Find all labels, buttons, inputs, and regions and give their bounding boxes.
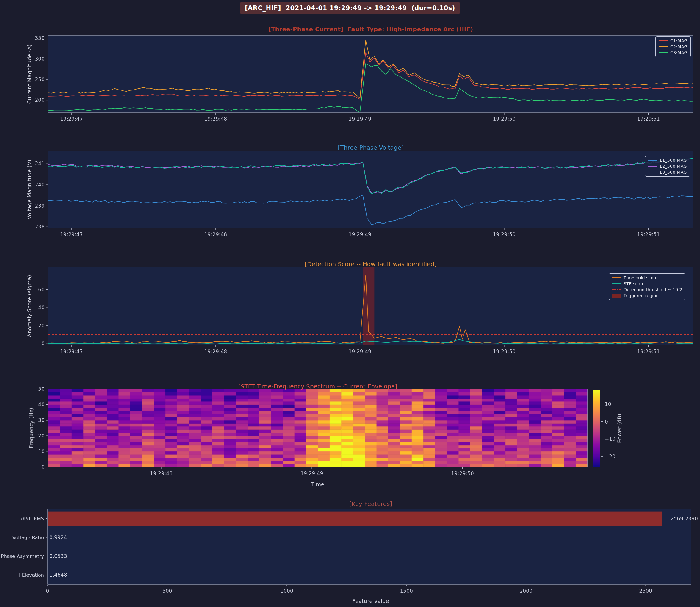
legend-swatch-icon bbox=[612, 277, 621, 278]
legend-label: C3:MAG bbox=[670, 50, 687, 55]
chart-title-three-phase-current: [Three-Phase Current] Fault Type: High-I… bbox=[268, 26, 473, 33]
legend-swatch-icon bbox=[612, 284, 621, 284]
x-axis-label-time: Time bbox=[311, 481, 324, 487]
fault-analysis-dashboard: [ARC_HIF] 2021-04-01 19:29:49 -> 19:29:4… bbox=[0, 0, 700, 607]
legend-swatch-icon bbox=[659, 40, 667, 41]
x-axis-label-feature-value: Feature value bbox=[352, 598, 389, 604]
legend-item: STE score bbox=[612, 281, 682, 286]
legend-label: L1_500:MAG bbox=[660, 158, 687, 163]
chart-title-key-features: [Key Features] bbox=[349, 500, 392, 507]
y-axis-label-voltage-magnitude: Voltage Magnitude (V) bbox=[26, 160, 33, 219]
legend-label: C1:MAG bbox=[670, 38, 687, 43]
legend-swatch-icon bbox=[659, 46, 667, 47]
legend-box: L1_500:MAGL2_500:MAGL3_500:MAG bbox=[645, 156, 690, 177]
page-title: [ARC_HIF] 2021-04-01 19:29:49 -> 19:29:4… bbox=[240, 2, 460, 14]
colorbar-label-power-db: Power (dB) bbox=[616, 414, 623, 443]
legend-item: Detection threshold ~ 10.2 bbox=[612, 287, 682, 292]
legend-label: L3_500:MAG bbox=[660, 170, 687, 174]
chart-title-detection-score: [Detection Score -- How fault was identi… bbox=[305, 260, 437, 268]
legend-label: L2_500:MAG bbox=[660, 164, 687, 169]
y-axis-label-anomaly-score: Anomaly Score (sigma) bbox=[26, 275, 33, 337]
y-axis-label-current-magnitude: Current Magnitude (A) bbox=[26, 44, 33, 104]
legend-label: Detection threshold ~ 10.2 bbox=[623, 287, 682, 292]
legend-label: STE score bbox=[623, 281, 645, 286]
legend-swatch-icon bbox=[648, 160, 657, 161]
y-axis-label-frequency: Frequency (Hz) bbox=[28, 408, 35, 448]
legend-item: L1_500:MAG bbox=[648, 158, 687, 163]
legend-swatch-icon bbox=[612, 289, 621, 290]
legend-swatch-icon bbox=[648, 166, 657, 167]
chart-title-stft-spectrum: [STFT Time-Frequency Spectrum -- Current… bbox=[238, 383, 397, 390]
legend-box: Threshold scoreSTE scoreDetection thresh… bbox=[609, 273, 685, 300]
legend-item: C2:MAG bbox=[659, 44, 687, 49]
legend-swatch-icon bbox=[612, 294, 621, 298]
legend-swatch-icon bbox=[648, 172, 657, 172]
legend-item: Triggered region bbox=[612, 293, 682, 298]
legend-box: C1:MAGC2:MAGC3:MAG bbox=[655, 36, 691, 57]
legend-item: C3:MAG bbox=[659, 50, 687, 55]
legend-item: L2_500:MAG bbox=[648, 164, 687, 169]
legend-item: L3_500:MAG bbox=[648, 170, 687, 174]
legend-swatch-icon bbox=[659, 53, 667, 53]
legend-label: Threshold score bbox=[623, 275, 658, 280]
legend-label: Triggered region bbox=[623, 293, 659, 298]
legend-label: C2:MAG bbox=[670, 44, 687, 49]
chart-title-three-phase-voltage: [Three-Phase Voltage] bbox=[338, 144, 404, 151]
charts-canvas bbox=[0, 0, 700, 607]
legend-item: Threshold score bbox=[612, 275, 682, 280]
legend-item: C1:MAG bbox=[659, 38, 687, 43]
